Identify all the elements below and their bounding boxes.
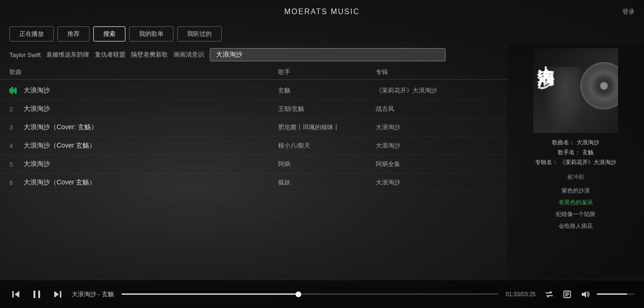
related-item-2[interactable]: 犯错像一个陷阱: [515, 208, 636, 220]
song-album: 阿炳全集: [376, 160, 498, 168]
related-item-3[interactable]: 会给路人插花: [515, 220, 636, 232]
volume-icon: [580, 290, 590, 299]
search-tag-avengers[interactable]: 复仇者联盟: [95, 50, 125, 59]
search-tag-huahua[interactable]: 画画清意识: [173, 50, 204, 59]
right-panel: 大浪淘沙 歌曲名： 大浪淘沙 歌手名： 玄觞 专辑名： 《茉莉花开》大浪淘沙: [507, 44, 644, 280]
bar4: [15, 87, 17, 94]
artist-value: 玄觞: [582, 149, 594, 156]
table-row[interactable]: 6 大浪淘沙（Cover 玄觞） 狐妖 大浪淘沙: [0, 174, 507, 192]
progress-thumb: [296, 291, 301, 297]
song-artist: 根小八/裂天: [278, 142, 376, 150]
svg-rect-0: [12, 291, 14, 298]
playing-indicator: [9, 87, 24, 94]
table-row[interactable]: 3 大浪淘沙（Cover: 玄觞） 肥皂菌丨珥珮的猫咪丨 大浪淘沙: [0, 118, 507, 137]
pause-button[interactable]: [30, 288, 43, 301]
svg-rect-4: [60, 291, 61, 298]
search-tag-yuanyi[interactable]: 袁娅维远东韵律: [46, 50, 89, 59]
tab-playing[interactable]: 正在播放: [9, 26, 54, 42]
loop-button[interactable]: [543, 288, 555, 300]
tab-recommend[interactable]: 推荐: [58, 26, 90, 42]
table-row[interactable]: 大浪淘沙 玄觞 《茉莉花开》大浪淘沙: [0, 82, 507, 100]
login-button[interactable]: 登录: [622, 8, 635, 16]
related-item-0[interactable]: 紫色的沙漠: [515, 185, 636, 197]
svg-marker-1: [15, 291, 19, 298]
album-art-title: 大浪淘沙: [537, 52, 554, 59]
song-artist: 阿炳: [278, 160, 376, 168]
song-album: 大浪淘沙: [376, 178, 498, 187]
related-songs: 被冲刷 紫色的沙漠 有黑色的漩涡 犯错像一个陷阱 会给路人插花: [515, 173, 636, 232]
album-art-inner: 大浪淘沙: [533, 48, 618, 133]
player-controls: [9, 288, 64, 301]
col-header-song: 歌曲: [9, 68, 278, 76]
tab-search[interactable]: 搜索: [93, 26, 125, 42]
prev-icon: [11, 290, 21, 299]
tab-playlist[interactable]: 我的歌单: [129, 26, 173, 42]
bar2: [11, 87, 13, 94]
next-icon: [53, 290, 62, 299]
lyrics-icon: [562, 290, 572, 299]
song-name: 大浪淘沙（Cover: 玄觞）: [24, 123, 278, 132]
song-name-label: 歌曲名：: [552, 139, 575, 146]
table-row[interactable]: 5 大浪淘沙 阿炳 阿炳全集: [0, 155, 507, 174]
loop-icon: [545, 290, 554, 299]
song-info-name: 歌曲名： 大浪淘沙: [515, 139, 636, 147]
album-value: 《茉莉花开》大浪淘沙: [560, 159, 616, 166]
bar1: [9, 88, 11, 93]
table-row[interactable]: 2 大浪淘沙 王朝/玄觞 战古风: [0, 100, 507, 118]
song-album: 《茉莉花开》大浪淘沙: [376, 86, 498, 95]
song-album: 战古风: [376, 105, 498, 113]
pause-icon: [32, 289, 42, 300]
song-artist: 狐妖: [278, 178, 376, 187]
lyrics-button[interactable]: [561, 288, 573, 300]
bar3: [13, 89, 15, 92]
song-artist: 玄觞: [278, 86, 376, 95]
search-input[interactable]: [210, 48, 446, 61]
song-info-artist: 歌手名： 玄觞: [515, 149, 636, 157]
song-number: 6: [9, 179, 24, 186]
song-album: 大浪淘沙: [376, 142, 498, 150]
next-button[interactable]: [51, 288, 64, 301]
search-tags: Taylor Swift 袁娅维远东韵律 复仇者联盟 隔壁老樊新歌 画画清意识: [0, 44, 507, 65]
song-name: 大浪淘沙: [24, 160, 278, 168]
song-number: 2: [9, 106, 24, 113]
artist-label: 歌手名：: [558, 149, 580, 156]
related-title: 被冲刷: [515, 173, 636, 181]
song-album: 大浪淘沙: [376, 123, 498, 132]
progress-bar[interactable]: [122, 293, 498, 295]
song-artist: 王朝/玄觞: [278, 105, 376, 113]
player-bar: 大浪淘沙 - 玄觞 01:33/03:25: [0, 280, 644, 308]
player-extra: [543, 288, 635, 300]
table-header: 歌曲 歌手 专辑: [0, 65, 507, 80]
svg-marker-5: [54, 291, 59, 298]
app-title: MOERATS MUSIC: [284, 8, 360, 16]
prev-button[interactable]: [9, 288, 23, 301]
volume-button[interactable]: [579, 288, 591, 300]
progress-fill: [122, 293, 299, 295]
svg-rect-3: [38, 291, 40, 298]
player-song-display: 大浪淘沙 - 玄觞: [72, 290, 114, 299]
song-artist: 肥皂菌丨珥珮的猫咪丨: [278, 123, 376, 132]
col-header-artist: 歌手: [278, 68, 376, 76]
main-content: Taylor Swift 袁娅维远东韵律 复仇者联盟 隔壁老樊新歌 画画清意识 …: [0, 44, 644, 280]
volume-fill: [597, 293, 627, 295]
svg-rect-2: [33, 291, 35, 298]
volume-bar[interactable]: [597, 293, 635, 295]
total-time: 03:25: [521, 291, 536, 298]
table-row[interactable]: 4 大浪淘沙（Cover 玄觞） 根小八/裂天 大浪淘沙: [0, 137, 507, 155]
time-display: 01:33/03:25: [506, 291, 536, 298]
song-number: 4: [9, 142, 24, 150]
song-info: 歌曲名： 大浪淘沙 歌手名： 玄觞 专辑名： 《茉莉花开》大浪淘沙: [515, 139, 636, 168]
song-name: 大浪淘沙（Cover 玄觞）: [24, 178, 278, 187]
tab-history[interactable]: 我听过的: [177, 26, 222, 42]
song-name-value: 大浪淘沙: [577, 139, 599, 146]
song-name: 大浪淘沙: [24, 105, 278, 113]
search-tag-gebi[interactable]: 隔壁老樊新歌: [131, 50, 168, 59]
song-number: 3: [9, 124, 24, 131]
search-tag-taylor-swift[interactable]: Taylor Swift: [9, 51, 41, 58]
song-number: 5: [9, 161, 24, 168]
nav-bar: 正在播放 推荐 搜索 我的歌单 我听过的: [0, 24, 644, 44]
header: MOERATS MUSIC 登录: [0, 0, 644, 24]
song-list: 大浪淘沙 玄觞 《茉莉花开》大浪淘沙 2 大浪淘沙 王朝/玄觞 战古风 3 大浪…: [0, 82, 507, 280]
progress-container: [122, 293, 498, 295]
related-item-1[interactable]: 有黑色的漩涡: [515, 197, 636, 208]
